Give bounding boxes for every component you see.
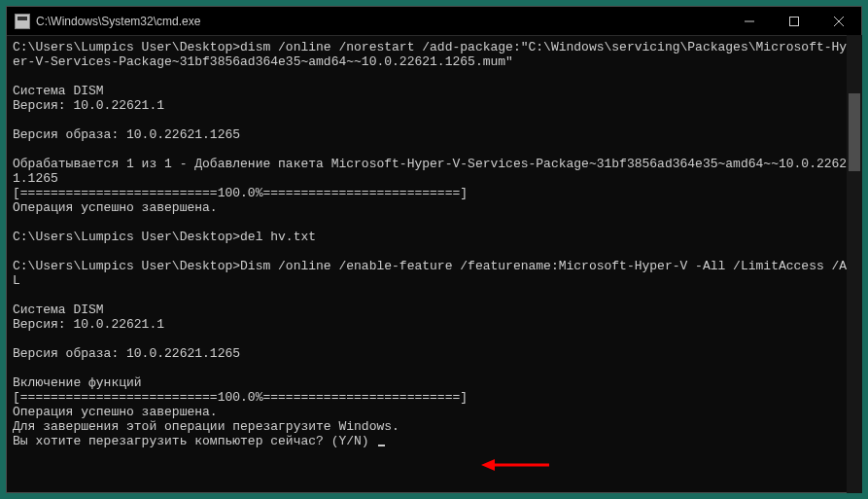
maximize-button[interactable] — [772, 7, 816, 35]
terminal-output[interactable]: C:\Users\Lumpics User\Desktop>dism /onli… — [7, 36, 861, 492]
titlebar[interactable]: C:\Windows\System32\cmd.exe — [7, 7, 861, 36]
scrollbar-thumb[interactable] — [849, 93, 860, 171]
cursor — [378, 445, 385, 446]
terminal-text: C:\Users\Lumpics User\Desktop>dism /onli… — [13, 40, 854, 448]
cmd-window: C:\Windows\System32\cmd.exe C:\Users\Lum… — [6, 6, 862, 493]
scrollbar[interactable] — [847, 35, 862, 493]
window-title: C:\Windows\System32\cmd.exe — [36, 15, 727, 28]
svg-rect-1 — [790, 17, 799, 25]
window-controls — [727, 7, 861, 35]
cmd-icon — [15, 14, 30, 29]
close-button[interactable] — [816, 7, 861, 35]
minimize-button[interactable] — [727, 7, 772, 35]
